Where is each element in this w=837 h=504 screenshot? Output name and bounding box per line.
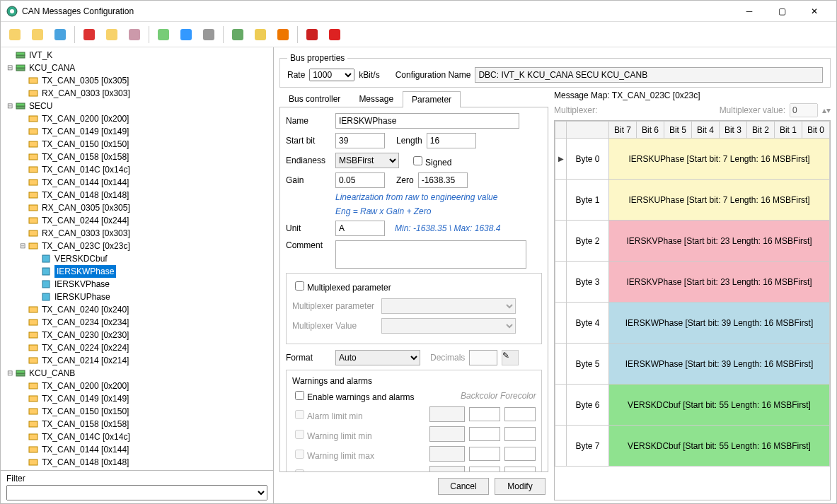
tree-item-tx_can_0214-0x214-[interactable]: TX_CAN_0214 [0x214] — [18, 354, 272, 367]
name-field[interactable] — [335, 113, 519, 129]
tree-item-tx_can_0158-0x158-[interactable]: TX_CAN_0158 [0x158] — [18, 418, 272, 430]
close-button[interactable]: ✕ — [798, 1, 831, 22]
tab-bus-controller[interactable]: Bus controller — [279, 90, 350, 107]
tree-item-tx_can_0150-0x150-[interactable]: TX_CAN_0150 [0x150] — [18, 138, 272, 151]
expander-icon[interactable]: ⊟ — [5, 100, 15, 112]
tree-item-tx_can_0305-0x305-[interactable]: TX_CAN_0305 [0x305] — [18, 74, 272, 87]
expander-icon[interactable]: ⊟ — [18, 240, 28, 252]
message-map-table[interactable]: Bit 7Bit 6Bit 5Bit 4Bit 3Bit 2Bit 1Bit 0… — [554, 120, 831, 500]
unit-field[interactable] — [335, 221, 385, 236]
tree-item-tx_can_0230-0x230-[interactable]: TX_CAN_0230 [0x230] — [18, 329, 272, 341]
mux-check[interactable] — [295, 281, 304, 291]
tree-item-ierskvphase[interactable]: IERSKVPhase — [30, 278, 272, 291]
tree-item-tx_can_0240-0x240-[interactable]: TX_CAN_0240 [0x240] — [18, 303, 272, 316]
modify-button[interactable]: Modify — [495, 478, 546, 495]
comment-field[interactable] — [335, 240, 526, 269]
msg-icon — [28, 177, 39, 188]
tree-item-tx_can_0150-0x150-[interactable]: TX_CAN_0150 [0x150] — [18, 405, 272, 418]
tree-label: TX_CAN_0149 [0x149] — [42, 125, 129, 138]
tree-item-tx_can_0200-0x200-[interactable]: TX_CAN_0200 [0x200] — [18, 380, 272, 392]
warn_min-backcolor — [469, 427, 500, 441]
fx-button[interactable] — [302, 25, 322, 45]
bit-header: Bit 2 — [746, 122, 774, 139]
tree-root-kcu_canb[interactable]: ⊟KCU_CANB — [5, 367, 272, 380]
tree-item-tx_can_014c-0x14c-[interactable]: TX_CAN_014C [0x14c] — [18, 163, 272, 176]
svg-rect-34 — [29, 243, 37, 249]
tree-item-rx_can_0303-0x303-[interactable]: RX_CAN_0303 [0x303] — [18, 227, 272, 240]
tree-item-tx_can_023c-0x23c-[interactable]: ⊟TX_CAN_023C [0x23c] — [18, 240, 272, 252]
cfgname-field[interactable] — [475, 67, 823, 83]
rate-unit: kBit/s — [359, 70, 379, 80]
maximize-button[interactable]: ▢ — [766, 1, 798, 22]
map-cell[interactable]: VERSKDCbuf [Start bit: 55 Length: 16 MSB… — [609, 426, 830, 467]
db-button[interactable] — [199, 25, 219, 45]
tree-label: TX_CAN_0240 [0x240] — [42, 303, 129, 316]
map-cell[interactable]: IERSKUPhase [Start bit: 7 Length: 16 MSB… — [609, 139, 830, 180]
tree-item-tx_can_0149-0x149-[interactable]: TX_CAN_0149 [0x149] — [18, 392, 272, 405]
filter-select[interactable] — [6, 485, 267, 500]
zero-field[interactable] — [418, 172, 468, 188]
map-cell[interactable]: IERSKVPhase [Start bit: 23 Length: 16 MS… — [609, 221, 830, 262]
layers-button[interactable] — [273, 25, 293, 45]
chip-button[interactable] — [228, 25, 248, 45]
msg-icon — [28, 304, 39, 315]
tree-item-tx_can_0158-0x158-[interactable]: TX_CAN_0158 [0x158] — [18, 151, 272, 163]
tree-item-tx_can_0148-0x148-[interactable]: TX_CAN_0148 [0x148] — [18, 189, 272, 201]
warn-enable-check[interactable] — [295, 391, 304, 400]
pencil-icon[interactable]: ✎ — [502, 350, 519, 365]
tree-root-secu[interactable]: ⊟SECU — [5, 100, 272, 112]
endian-select[interactable]: MSBFirst — [335, 153, 399, 168]
startbit-field[interactable] — [335, 133, 385, 148]
map-cell[interactable]: IERSKVPhase [Start bit: 23 Length: 16 MS… — [609, 262, 830, 303]
svg-rect-28 — [29, 167, 37, 172]
tree-item-tx_can_0144-0x144-[interactable]: TX_CAN_0144 [0x144] — [18, 176, 272, 189]
length-field[interactable] — [427, 133, 476, 148]
expander-icon[interactable]: ⊟ — [5, 367, 15, 380]
tab-message[interactable]: Message — [350, 90, 403, 107]
paste-button[interactable] — [125, 25, 144, 45]
signed-check[interactable] — [413, 156, 422, 165]
tree-root-kcu_cana[interactable]: ⊟KCU_CANA — [5, 61, 272, 74]
tree-label: TX_CAN_0305 [0x305] — [42, 74, 129, 87]
new-doc-button[interactable] — [5, 25, 25, 45]
map-cell[interactable]: VERSKDCbuf [Start bit: 55 Length: 16 MSB… — [609, 385, 830, 426]
tree-item-ierskwphase[interactable]: IERSKWPhase — [30, 265, 272, 278]
msg-icon — [28, 139, 39, 150]
svg-rect-9 — [180, 29, 192, 40]
expander-icon[interactable]: ⊟ — [5, 61, 15, 74]
signed-check-label[interactable]: Signed — [410, 154, 451, 168]
cancel-button[interactable]: Cancel — [438, 478, 489, 495]
tree-item-rx_can_0305-0x305-[interactable]: RX_CAN_0305 [0x305] — [18, 201, 272, 214]
mail-button[interactable] — [250, 25, 270, 45]
notes-button[interactable] — [154, 25, 173, 45]
map-cell[interactable]: IERSKWPhase [Start bit: 39 Length: 16 MS… — [609, 344, 830, 385]
tree-item-tx_can_0224-0x224-[interactable]: TX_CAN_0224 [0x224] — [18, 341, 272, 354]
open-button[interactable] — [28, 25, 47, 45]
rate-select[interactable]: 1000 — [309, 69, 354, 81]
mux-check-label[interactable]: Multiplexed parameter — [292, 283, 391, 293]
tree-item-tx_can_0244-0x244-[interactable]: TX_CAN_0244 [0x244] — [18, 214, 272, 227]
tree-item-verskdcbuf[interactable]: VERSKDCbuf — [30, 252, 272, 265]
map-cell[interactable]: IERSKUPhase [Start bit: 7 Length: 16 MSB… — [609, 180, 830, 221]
warn-enable-label[interactable]: Enable warnings and alarms — [292, 389, 414, 402]
tree-item-tx_can_014c-0x14c-[interactable]: TX_CAN_014C [0x14c] — [18, 430, 272, 443]
tab-parameter[interactable]: Parameter — [403, 91, 461, 107]
gain-field[interactable] — [335, 172, 385, 188]
tree-item-tx_can_0144-0x144-[interactable]: TX_CAN_0144 [0x144] — [18, 443, 272, 456]
format-select[interactable]: Auto — [335, 350, 420, 365]
map-cell[interactable]: IERSKWPhase [Start bit: 39 Length: 16 MS… — [609, 303, 830, 344]
tree-item-tx_can_0234-0x234-[interactable]: TX_CAN_0234 [0x234] — [18, 316, 272, 329]
delete-button[interactable] — [325, 25, 345, 45]
minimize-button[interactable]: ─ — [733, 1, 766, 22]
tree-item-ierskuphase[interactable]: IERSKUPhase — [30, 291, 272, 303]
tree-item-tx_can_0148-0x148-[interactable]: TX_CAN_0148 [0x148] — [18, 456, 272, 469]
tree-item-rx_can_0303-0x303-[interactable]: RX_CAN_0303 [0x303] — [18, 87, 272, 100]
message-tree[interactable]: IVT_K⊟KCU_CANATX_CAN_0305 [0x305]RX_CAN_… — [1, 47, 273, 470]
tree-item-tx_can_0200-0x200-[interactable]: TX_CAN_0200 [0x200] — [18, 112, 272, 125]
cut-button[interactable] — [79, 25, 99, 45]
copy-button[interactable] — [102, 25, 122, 45]
save-button[interactable] — [50, 25, 70, 45]
tree-item-tx_can_0149-0x149-[interactable]: TX_CAN_0149 [0x149] — [18, 125, 272, 138]
info-button[interactable] — [176, 25, 196, 45]
tree-root-ivt_k[interactable]: IVT_K — [5, 49, 272, 61]
